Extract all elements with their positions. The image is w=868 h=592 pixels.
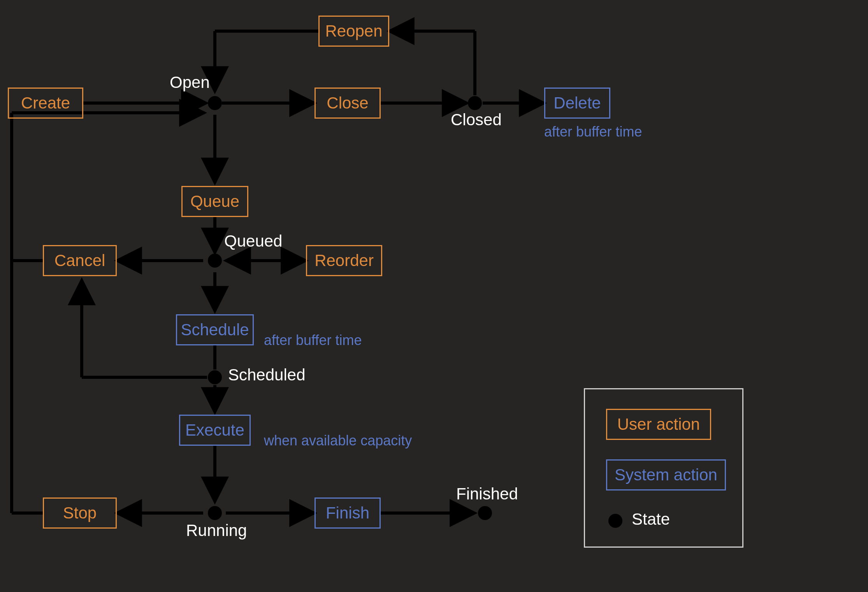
state-closed-dot — [468, 96, 482, 110]
action-execute: Execute — [179, 415, 251, 446]
state-open-label: Open — [170, 73, 210, 92]
note-execute-when: when available capacity — [264, 433, 412, 449]
state-scheduled-label: Scheduled — [228, 366, 306, 384]
action-stop: Stop — [43, 497, 117, 529]
action-close: Close — [315, 88, 381, 119]
state-scheduled-dot — [208, 370, 222, 384]
action-queue: Queue — [181, 186, 248, 217]
state-queued-label: Queued — [224, 232, 282, 250]
action-create: Create — [8, 88, 83, 119]
action-cancel: Cancel — [43, 245, 117, 276]
legend-box: User action System action State — [584, 388, 743, 548]
legend-system-action: System action — [606, 459, 726, 490]
action-reorder: Reorder — [306, 245, 382, 276]
action-finish: Finish — [315, 497, 381, 529]
state-running-label: Running — [186, 521, 247, 540]
state-finished-dot — [478, 506, 492, 520]
action-schedule: Schedule — [176, 314, 254, 345]
note-schedule-after: after buffer time — [264, 332, 362, 349]
action-delete: Delete — [544, 88, 610, 119]
state-running-dot — [208, 506, 222, 520]
state-closed-label: Closed — [451, 110, 502, 129]
state-open-dot — [208, 96, 222, 110]
state-finished-label: Finished — [456, 485, 518, 503]
note-delete-after: after buffer time — [544, 124, 642, 140]
state-queued-dot — [208, 254, 222, 268]
legend-user-action: User action — [606, 409, 711, 440]
action-reopen: Reopen — [318, 16, 389, 47]
legend-state-label: State — [632, 510, 670, 529]
legend-state-dot — [608, 514, 622, 528]
